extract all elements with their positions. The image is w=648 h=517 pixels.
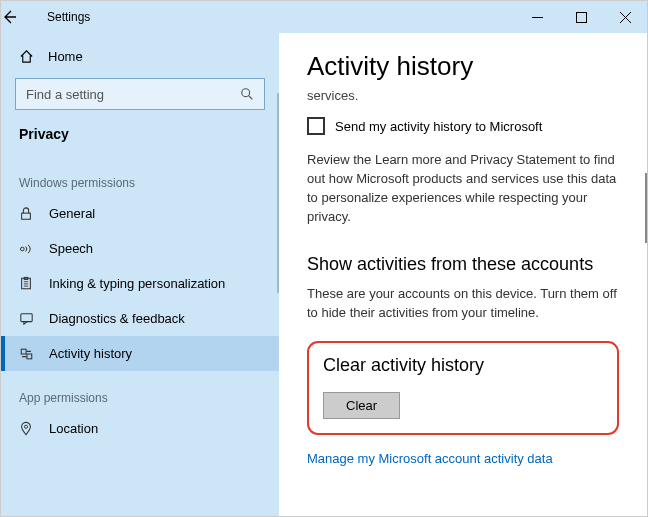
checkbox-label: Send my activity history to Microsoft	[335, 119, 542, 134]
accounts-paragraph: These are your accounts on this device. …	[307, 285, 619, 323]
group-windows-permissions: Windows permissions	[1, 156, 279, 196]
truncated-text: services.	[307, 88, 619, 103]
svg-point-5	[21, 247, 25, 251]
svg-rect-4	[22, 213, 31, 219]
sidebar-item-speech[interactable]: Speech	[1, 231, 279, 266]
content-pane: Activity history services. Send my activ…	[279, 33, 647, 516]
current-category: Privacy	[1, 120, 279, 156]
home-nav[interactable]: Home	[1, 41, 279, 72]
maximize-icon	[576, 12, 587, 23]
lock-icon	[19, 207, 35, 221]
review-paragraph: Review the Learn more and Privacy Statem…	[307, 151, 619, 226]
sidebar: Home Find a setting Privacy Windows perm…	[1, 33, 279, 516]
feedback-icon	[19, 312, 35, 326]
sidebar-item-location[interactable]: Location	[1, 411, 279, 446]
back-button[interactable]	[1, 9, 45, 25]
history-icon	[19, 347, 35, 361]
home-icon	[19, 49, 34, 64]
manage-account-link[interactable]: Manage my Microsoft account activity dat…	[307, 451, 619, 466]
sidebar-item-general[interactable]: General	[1, 196, 279, 231]
home-label: Home	[48, 49, 83, 64]
close-icon	[620, 12, 631, 23]
minimize-button[interactable]	[515, 1, 559, 33]
accounts-heading: Show activities from these accounts	[307, 254, 619, 275]
sidebar-item-label: Diagnostics & feedback	[49, 311, 185, 326]
window-title: Settings	[47, 10, 90, 24]
clear-history-highlight: Clear activity history Clear	[307, 341, 619, 435]
back-arrow-icon	[1, 9, 17, 25]
speech-icon	[19, 242, 35, 256]
sidebar-item-label: Inking & typing personalization	[49, 276, 225, 291]
close-button[interactable]	[603, 1, 647, 33]
group-app-permissions: App permissions	[1, 371, 279, 411]
sidebar-item-label: Location	[49, 421, 98, 436]
svg-rect-11	[21, 313, 32, 321]
title-bar: Settings	[1, 1, 647, 33]
send-history-checkbox-row[interactable]: Send my activity history to Microsoft	[307, 117, 619, 135]
clipboard-icon	[19, 276, 35, 291]
svg-rect-13	[27, 354, 32, 359]
search-icon	[240, 87, 254, 101]
content-scrollbar[interactable]	[645, 173, 647, 243]
svg-point-14	[24, 425, 27, 428]
svg-line-3	[249, 96, 253, 100]
clear-button[interactable]: Clear	[323, 392, 400, 419]
checkbox-icon[interactable]	[307, 117, 325, 135]
location-icon	[19, 421, 35, 436]
clear-heading: Clear activity history	[323, 355, 603, 376]
sidebar-item-label: General	[49, 206, 95, 221]
sidebar-item-diagnostics[interactable]: Diagnostics & feedback	[1, 301, 279, 336]
svg-point-2	[242, 89, 250, 97]
svg-rect-1	[576, 12, 586, 22]
sidebar-item-label: Activity history	[49, 346, 132, 361]
sidebar-item-activity-history[interactable]: Activity history	[1, 336, 279, 371]
maximize-button[interactable]	[559, 1, 603, 33]
minimize-icon	[532, 12, 543, 23]
svg-rect-12	[21, 349, 26, 354]
sidebar-item-inking[interactable]: Inking & typing personalization	[1, 266, 279, 301]
search-placeholder: Find a setting	[26, 87, 104, 102]
sidebar-item-label: Speech	[49, 241, 93, 256]
search-input[interactable]: Find a setting	[15, 78, 265, 110]
page-title: Activity history	[307, 51, 619, 82]
